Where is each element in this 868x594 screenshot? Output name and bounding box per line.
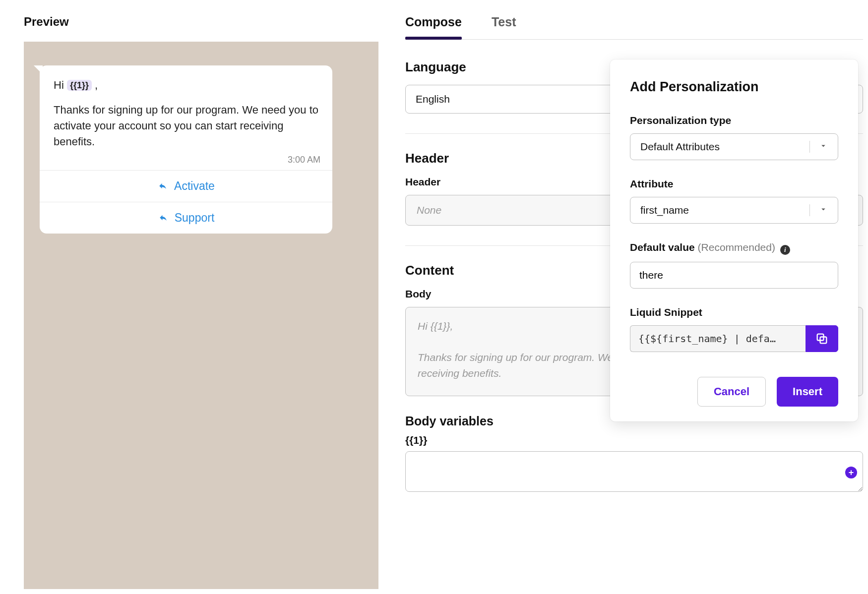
liquid-snippet-label: Liquid Snippet <box>630 306 838 318</box>
body-variable-label: {{1}} <box>405 434 863 446</box>
default-value-label: Default value (Recommended) i <box>630 241 838 255</box>
message-bubble: Hi {{1}} , Thanks for signing up for our… <box>40 65 332 234</box>
add-personalization-popover: Add Personalization Personalization type… <box>610 59 858 421</box>
add-personalization-icon[interactable]: + <box>845 467 857 478</box>
preview-column: Preview Hi {{1}} , Thanks for signing up… <box>24 15 378 589</box>
chevron-down-icon <box>809 204 828 216</box>
copy-snippet-button[interactable] <box>806 325 838 352</box>
attribute-label: Attribute <box>630 178 838 190</box>
popover-title: Add Personalization <box>630 79 838 95</box>
message-timestamp: 3:00 AM <box>40 155 332 170</box>
liquid-snippet-value[interactable]: {{${first_name} | defa… <box>630 325 806 352</box>
message-text: Thanks for signing up for our program. W… <box>54 104 318 148</box>
preview-title: Preview <box>24 15 378 29</box>
personalization-type-value: Default Attributes <box>640 141 720 153</box>
body-variable-input-wrap: + <box>405 451 863 494</box>
action-label: Activate <box>174 179 215 193</box>
tab-compose[interactable]: Compose <box>405 15 462 39</box>
personalization-type-select[interactable]: Default Attributes <box>630 133 838 160</box>
tabs: Compose Test <box>405 15 863 40</box>
popover-actions: Cancel Insert <box>630 377 838 407</box>
info-icon[interactable]: i <box>780 245 790 255</box>
default-value-label-rec: (Recommended) <box>695 241 775 253</box>
insert-button[interactable]: Insert <box>777 377 838 407</box>
copy-icon <box>815 332 829 346</box>
variable-token: {{1}} <box>67 80 92 91</box>
tab-test[interactable]: Test <box>492 15 516 39</box>
attribute-value: first_name <box>640 204 689 216</box>
body-variable-input[interactable] <box>405 451 863 492</box>
message-action-support[interactable]: Support <box>40 202 332 234</box>
reply-icon <box>158 213 169 222</box>
language-value: English <box>416 93 450 105</box>
default-value-label-main: Default value <box>630 241 695 253</box>
cancel-button[interactable]: Cancel <box>697 377 766 407</box>
app-root: Preview Hi {{1}} , Thanks for signing up… <box>0 0 868 594</box>
compose-column: Compose Test Language English Header Hea… <box>378 15 863 589</box>
liquid-snippet-row: {{${first_name} | defa… <box>630 325 838 352</box>
header-value: None <box>417 204 441 216</box>
attribute-select[interactable]: first_name <box>630 197 838 224</box>
default-value-input[interactable] <box>630 262 838 289</box>
action-label: Support <box>175 211 215 225</box>
preview-stage: Hi {{1}} , Thanks for signing up for our… <box>24 42 378 589</box>
chevron-down-icon <box>809 141 828 153</box>
message-body: Hi {{1}} , Thanks for signing up for our… <box>40 77 332 155</box>
personalization-type-label: Personalization type <box>630 115 838 126</box>
message-action-activate[interactable]: Activate <box>40 170 332 202</box>
reply-icon <box>157 181 168 190</box>
greeting-suffix: , <box>92 79 98 91</box>
greeting-prefix: Hi <box>54 79 67 91</box>
